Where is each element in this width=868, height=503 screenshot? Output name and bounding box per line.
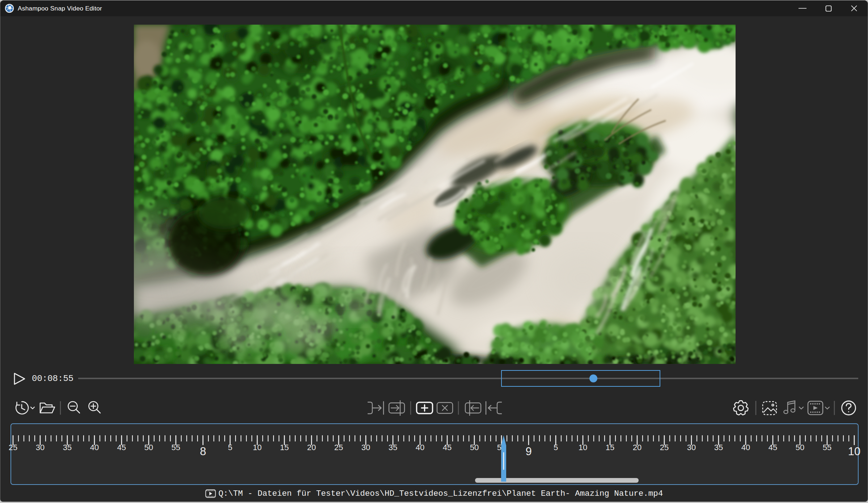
svg-text:45: 45	[769, 443, 777, 452]
svg-text:9: 9	[525, 445, 532, 458]
svg-text:50: 50	[470, 443, 479, 452]
svg-text:35: 35	[714, 443, 723, 452]
svg-text:40: 40	[416, 443, 424, 452]
svg-text:25: 25	[334, 443, 343, 452]
svg-text:5: 5	[228, 443, 232, 452]
svg-text:40: 40	[741, 443, 750, 452]
svg-text:55: 55	[823, 443, 831, 452]
svg-text:30: 30	[361, 443, 370, 452]
svg-text:5: 5	[554, 443, 558, 452]
svg-text:10: 10	[579, 443, 587, 452]
svg-text:8: 8	[200, 445, 206, 458]
svg-text:40: 40	[90, 443, 99, 452]
svg-text:30: 30	[687, 443, 696, 452]
svg-text:20: 20	[633, 443, 642, 452]
svg-text:25: 25	[9, 443, 17, 452]
svg-text:10: 10	[253, 443, 262, 452]
svg-text:45: 45	[443, 443, 452, 452]
svg-text:55: 55	[172, 443, 180, 452]
svg-text:45: 45	[117, 443, 126, 452]
svg-text:20: 20	[307, 443, 316, 452]
svg-text:15: 15	[280, 443, 289, 452]
svg-text:15: 15	[606, 443, 614, 452]
svg-text:50: 50	[796, 443, 804, 452]
svg-text:25: 25	[660, 443, 669, 452]
svg-text:35: 35	[63, 443, 72, 452]
svg-text:35: 35	[389, 443, 397, 452]
svg-text:10: 10	[848, 445, 860, 458]
svg-text:30: 30	[36, 443, 45, 452]
svg-text:50: 50	[144, 443, 153, 452]
